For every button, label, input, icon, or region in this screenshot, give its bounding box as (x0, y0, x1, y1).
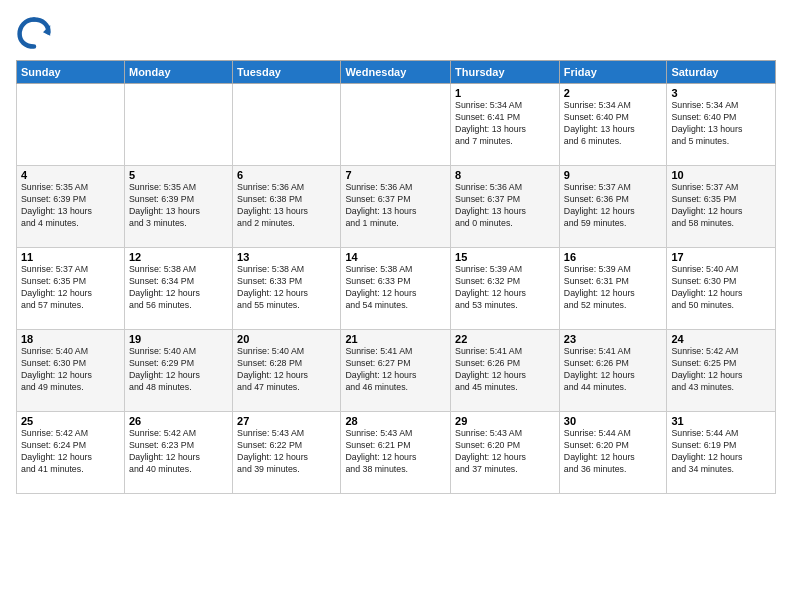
day-number: 3 (671, 87, 771, 99)
calendar-cell: 27Sunrise: 5:43 AM Sunset: 6:22 PM Dayli… (233, 412, 341, 494)
col-header-wednesday: Wednesday (341, 61, 451, 84)
day-number: 15 (455, 251, 555, 263)
day-info: Sunrise: 5:36 AM Sunset: 6:37 PM Dayligh… (455, 182, 555, 230)
day-info: Sunrise: 5:35 AM Sunset: 6:39 PM Dayligh… (21, 182, 120, 230)
day-info: Sunrise: 5:41 AM Sunset: 6:26 PM Dayligh… (564, 346, 663, 394)
day-number: 13 (237, 251, 336, 263)
day-number: 6 (237, 169, 336, 181)
calendar-cell: 15Sunrise: 5:39 AM Sunset: 6:32 PM Dayli… (451, 248, 560, 330)
calendar-cell: 18Sunrise: 5:40 AM Sunset: 6:30 PM Dayli… (17, 330, 125, 412)
day-number: 1 (455, 87, 555, 99)
week-row-2: 4Sunrise: 5:35 AM Sunset: 6:39 PM Daylig… (17, 166, 776, 248)
day-info: Sunrise: 5:40 AM Sunset: 6:28 PM Dayligh… (237, 346, 336, 394)
calendar-cell: 17Sunrise: 5:40 AM Sunset: 6:30 PM Dayli… (667, 248, 776, 330)
calendar-cell: 7Sunrise: 5:36 AM Sunset: 6:37 PM Daylig… (341, 166, 451, 248)
calendar-cell: 23Sunrise: 5:41 AM Sunset: 6:26 PM Dayli… (559, 330, 667, 412)
day-number: 2 (564, 87, 663, 99)
day-info: Sunrise: 5:34 AM Sunset: 6:40 PM Dayligh… (564, 100, 663, 148)
day-info: Sunrise: 5:36 AM Sunset: 6:37 PM Dayligh… (345, 182, 446, 230)
day-info: Sunrise: 5:37 AM Sunset: 6:35 PM Dayligh… (671, 182, 771, 230)
calendar-cell: 3Sunrise: 5:34 AM Sunset: 6:40 PM Daylig… (667, 84, 776, 166)
calendar-cell (341, 84, 451, 166)
calendar-cell: 8Sunrise: 5:36 AM Sunset: 6:37 PM Daylig… (451, 166, 560, 248)
day-number: 17 (671, 251, 771, 263)
day-info: Sunrise: 5:43 AM Sunset: 6:20 PM Dayligh… (455, 428, 555, 476)
day-number: 20 (237, 333, 336, 345)
calendar-cell: 10Sunrise: 5:37 AM Sunset: 6:35 PM Dayli… (667, 166, 776, 248)
calendar-cell (124, 84, 232, 166)
week-row-4: 18Sunrise: 5:40 AM Sunset: 6:30 PM Dayli… (17, 330, 776, 412)
logo (16, 16, 56, 52)
day-number: 9 (564, 169, 663, 181)
day-number: 31 (671, 415, 771, 427)
calendar-cell: 19Sunrise: 5:40 AM Sunset: 6:29 PM Dayli… (124, 330, 232, 412)
day-number: 7 (345, 169, 446, 181)
day-number: 18 (21, 333, 120, 345)
day-info: Sunrise: 5:38 AM Sunset: 6:33 PM Dayligh… (237, 264, 336, 312)
day-info: Sunrise: 5:43 AM Sunset: 6:22 PM Dayligh… (237, 428, 336, 476)
day-info: Sunrise: 5:34 AM Sunset: 6:40 PM Dayligh… (671, 100, 771, 148)
calendar-cell: 16Sunrise: 5:39 AM Sunset: 6:31 PM Dayli… (559, 248, 667, 330)
calendar-cell: 30Sunrise: 5:44 AM Sunset: 6:20 PM Dayli… (559, 412, 667, 494)
day-number: 16 (564, 251, 663, 263)
calendar-cell: 26Sunrise: 5:42 AM Sunset: 6:23 PM Dayli… (124, 412, 232, 494)
week-row-1: 1Sunrise: 5:34 AM Sunset: 6:41 PM Daylig… (17, 84, 776, 166)
calendar-cell: 14Sunrise: 5:38 AM Sunset: 6:33 PM Dayli… (341, 248, 451, 330)
day-info: Sunrise: 5:35 AM Sunset: 6:39 PM Dayligh… (129, 182, 228, 230)
day-info: Sunrise: 5:41 AM Sunset: 6:26 PM Dayligh… (455, 346, 555, 394)
day-number: 27 (237, 415, 336, 427)
calendar-cell: 12Sunrise: 5:38 AM Sunset: 6:34 PM Dayli… (124, 248, 232, 330)
col-header-tuesday: Tuesday (233, 61, 341, 84)
day-number: 19 (129, 333, 228, 345)
day-number: 23 (564, 333, 663, 345)
day-number: 8 (455, 169, 555, 181)
day-info: Sunrise: 5:37 AM Sunset: 6:35 PM Dayligh… (21, 264, 120, 312)
calendar-cell: 22Sunrise: 5:41 AM Sunset: 6:26 PM Dayli… (451, 330, 560, 412)
day-number: 24 (671, 333, 771, 345)
day-number: 21 (345, 333, 446, 345)
day-info: Sunrise: 5:41 AM Sunset: 6:27 PM Dayligh… (345, 346, 446, 394)
day-info: Sunrise: 5:36 AM Sunset: 6:38 PM Dayligh… (237, 182, 336, 230)
col-header-sunday: Sunday (17, 61, 125, 84)
day-info: Sunrise: 5:44 AM Sunset: 6:20 PM Dayligh… (564, 428, 663, 476)
day-info: Sunrise: 5:38 AM Sunset: 6:33 PM Dayligh… (345, 264, 446, 312)
day-info: Sunrise: 5:43 AM Sunset: 6:21 PM Dayligh… (345, 428, 446, 476)
day-info: Sunrise: 5:40 AM Sunset: 6:30 PM Dayligh… (671, 264, 771, 312)
calendar-cell: 6Sunrise: 5:36 AM Sunset: 6:38 PM Daylig… (233, 166, 341, 248)
calendar-cell: 2Sunrise: 5:34 AM Sunset: 6:40 PM Daylig… (559, 84, 667, 166)
header (16, 16, 776, 52)
calendar-cell: 11Sunrise: 5:37 AM Sunset: 6:35 PM Dayli… (17, 248, 125, 330)
col-header-saturday: Saturday (667, 61, 776, 84)
logo-icon (16, 16, 52, 52)
calendar-cell: 28Sunrise: 5:43 AM Sunset: 6:21 PM Dayli… (341, 412, 451, 494)
day-number: 5 (129, 169, 228, 181)
calendar-header-row: SundayMondayTuesdayWednesdayThursdayFrid… (17, 61, 776, 84)
day-info: Sunrise: 5:37 AM Sunset: 6:36 PM Dayligh… (564, 182, 663, 230)
day-info: Sunrise: 5:38 AM Sunset: 6:34 PM Dayligh… (129, 264, 228, 312)
day-number: 11 (21, 251, 120, 263)
day-info: Sunrise: 5:39 AM Sunset: 6:32 PM Dayligh… (455, 264, 555, 312)
day-number: 14 (345, 251, 446, 263)
calendar-table: SundayMondayTuesdayWednesdayThursdayFrid… (16, 60, 776, 494)
calendar-cell (17, 84, 125, 166)
col-header-friday: Friday (559, 61, 667, 84)
calendar-cell: 21Sunrise: 5:41 AM Sunset: 6:27 PM Dayli… (341, 330, 451, 412)
day-number: 26 (129, 415, 228, 427)
day-info: Sunrise: 5:44 AM Sunset: 6:19 PM Dayligh… (671, 428, 771, 476)
col-header-monday: Monday (124, 61, 232, 84)
day-info: Sunrise: 5:42 AM Sunset: 6:25 PM Dayligh… (671, 346, 771, 394)
day-info: Sunrise: 5:40 AM Sunset: 6:29 PM Dayligh… (129, 346, 228, 394)
day-number: 12 (129, 251, 228, 263)
calendar-cell: 13Sunrise: 5:38 AM Sunset: 6:33 PM Dayli… (233, 248, 341, 330)
calendar-cell: 4Sunrise: 5:35 AM Sunset: 6:39 PM Daylig… (17, 166, 125, 248)
calendar-cell: 20Sunrise: 5:40 AM Sunset: 6:28 PM Dayli… (233, 330, 341, 412)
calendar-cell: 25Sunrise: 5:42 AM Sunset: 6:24 PM Dayli… (17, 412, 125, 494)
col-header-thursday: Thursday (451, 61, 560, 84)
day-info: Sunrise: 5:39 AM Sunset: 6:31 PM Dayligh… (564, 264, 663, 312)
week-row-3: 11Sunrise: 5:37 AM Sunset: 6:35 PM Dayli… (17, 248, 776, 330)
day-info: Sunrise: 5:42 AM Sunset: 6:24 PM Dayligh… (21, 428, 120, 476)
calendar-cell: 24Sunrise: 5:42 AM Sunset: 6:25 PM Dayli… (667, 330, 776, 412)
calendar-cell: 31Sunrise: 5:44 AM Sunset: 6:19 PM Dayli… (667, 412, 776, 494)
week-row-5: 25Sunrise: 5:42 AM Sunset: 6:24 PM Dayli… (17, 412, 776, 494)
day-number: 29 (455, 415, 555, 427)
